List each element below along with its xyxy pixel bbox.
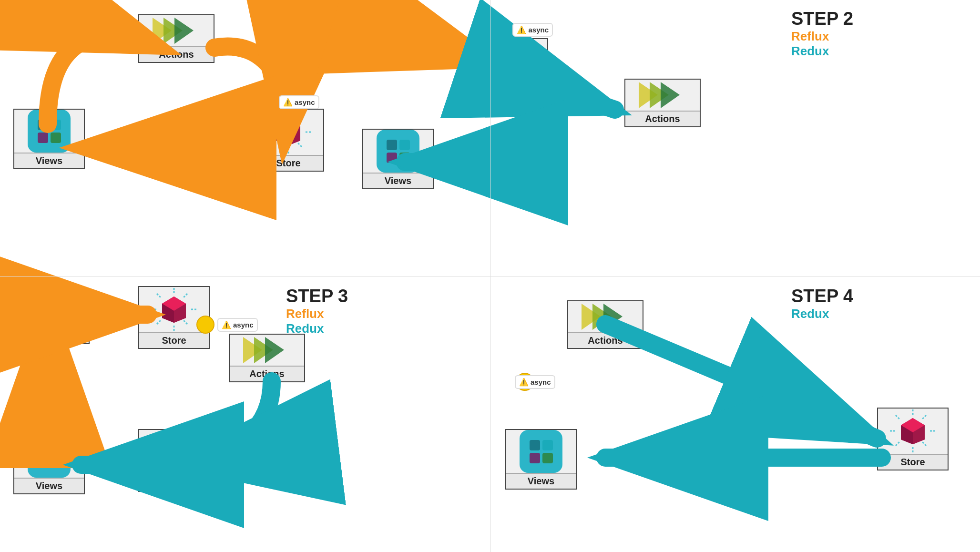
step3-teal-arrow2 (0, 276, 172, 491)
step4-teal-arrow2 (500, 276, 939, 505)
step2-async-text: async (528, 26, 549, 34)
step3-async-badge: ⚠️ async (217, 318, 258, 332)
step2-subtitle: Reflux (791, 29, 853, 44)
step2-async-badge: ⚠️ async (512, 23, 553, 37)
step4-async-badge: ⚠️ async (515, 375, 555, 389)
horizontal-divider (0, 276, 980, 277)
step1-async-badge: ⚠️ async (279, 95, 319, 109)
step2-title: STEP 2 (791, 9, 853, 29)
step2-subtitle2: Redux (791, 44, 853, 59)
step4-async-text: async (531, 378, 551, 386)
step3-async-text: async (233, 321, 254, 329)
diagram-container: STEP 1 Reflux Actions Views (0, 0, 980, 552)
step1-async-text: async (295, 98, 315, 106)
step2-label: STEP 2 Reflux Redux (791, 9, 853, 59)
